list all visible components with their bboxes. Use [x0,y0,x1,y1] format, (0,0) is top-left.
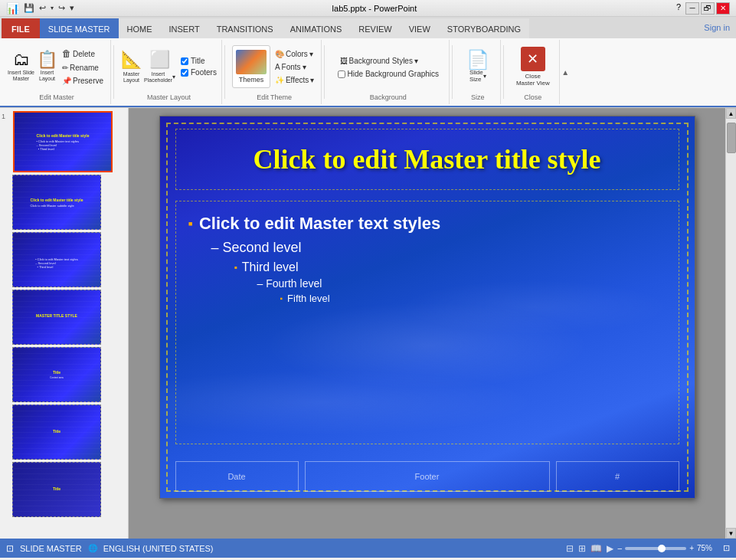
colors-button[interactable]: 🎨 Colors ▾ [273,48,316,60]
slide-img-1[interactable]: Click to edit Master title style • Click… [13,111,113,172]
background-styles-label: Background Styles [349,57,413,65]
right-scrollbar: ▲ ▼ [725,108,736,539]
close-master-view-button[interactable]: ✕ CloseMaster View [514,45,552,88]
save-button[interactable]: 💾 [22,3,36,13]
slide-thumb-1[interactable]: 1 Click to edit Master title style • Cli… [2,111,126,172]
footers-checkbox[interactable]: Footers [181,68,217,77]
preserve-label: Preserve [73,77,103,85]
master-layout-button[interactable]: 📐 MasterLayout [121,50,142,84]
tab-insert[interactable]: INSERT [161,18,208,38]
hide-background-check[interactable] [338,70,345,78]
slide-size-text: SlideSize [469,69,483,83]
tab-slide-master[interactable]: SLIDE MASTER [40,18,119,38]
slide-canvas[interactable]: Click to edit Master title style Click t… [159,116,695,499]
slide-size-label: SlideSize ▾ [469,69,486,83]
minimize-button[interactable]: ─ [685,2,699,15]
slide-thumb-7[interactable]: Title [12,462,126,517]
zoom-slider[interactable] [625,547,686,550]
fit-button[interactable]: ⊡ [723,543,730,553]
help-button[interactable]: ? [673,2,684,15]
sign-in-button[interactable]: Sign in [698,23,736,32]
insert-placeholder-button[interactable]: ⬜ InsertPlaceholder ▾ [144,50,175,84]
tab-review[interactable]: REVIEW [350,18,400,38]
slideshow-button[interactable]: ▶ [607,543,613,554]
tab-file[interactable]: FILE [2,18,40,38]
slide-img-4[interactable]: MASTER TITLE STYLE [12,290,101,345]
footer-pagenum[interactable]: # [556,461,679,492]
zoom-in-button[interactable]: + [689,544,694,552]
footer-center[interactable]: Footer [305,461,550,492]
slide-img-6[interactable]: Title [12,404,101,460]
customize-button[interactable]: ▾ [68,3,76,13]
fonts-label: Fonts [282,63,301,71]
tab-storyboarding[interactable]: STORYBOARDING [439,18,529,38]
slide-size-button[interactable]: 📄 SlideSize ▾ [461,49,495,84]
slide-thumb-6[interactable]: Title [12,404,126,460]
insert-slide-master-button[interactable]: 🗂 Insert SlideMaster [8,51,34,83]
delete-button[interactable]: 🗑 Delete [60,47,106,61]
restore-button[interactable]: 🗗 [701,2,715,15]
hide-background-checkbox[interactable]: Hide Background Graphics [338,70,440,78]
redo-button[interactable]: ↪ [57,3,67,13]
slide-thumb-5[interactable]: Title Content area [12,347,126,402]
preserve-button[interactable]: 📌 Preserve [60,75,106,87]
tab-animations[interactable]: ANIMATIONS [282,18,351,38]
title-checkbox[interactable]: Title [181,57,217,65]
slide-thumb-2[interactable]: Click to edit Master title style Click t… [12,175,126,230]
slide-title-text: Click to edit Master title style [253,143,600,175]
slide-sorter-button[interactable]: ⊞ [578,543,586,554]
slide-5-body: Content area [50,376,63,379]
slide-title-area[interactable]: Click to edit Master title style [175,129,679,190]
slide-content-area[interactable]: Click to edit Master text styles Second … [175,201,679,444]
background-styles-button[interactable]: 🖼 Background Styles ▾ [338,55,440,67]
rename-button[interactable]: ✏ Rename [60,62,106,74]
slide-6-title: Title [53,429,61,434]
themes-button[interactable]: Themes [232,45,270,88]
separator-2 [224,45,225,99]
status-right: ⊟ ⊞ 📖 ▶ – + 75% ⊡ [566,543,730,554]
scroll-track[interactable] [726,119,736,528]
tab-home[interactable]: HOME [119,18,161,38]
slide-3-body: • Click to edit Master text styles– Seco… [35,257,77,269]
slide-thumb-4[interactable]: MASTER TITLE STYLE [12,290,126,345]
slide-img-3[interactable]: • Click to edit Master text styles– Seco… [12,232,101,287]
slide-img-7[interactable]: Title [12,462,101,517]
slide-panel: 1 Click to edit Master title style • Cli… [0,108,129,539]
insert-layout-button[interactable]: 📋 InsertLayout [37,51,57,83]
zoom-out-button[interactable]: – [618,544,623,552]
slide-4-content: MASTER TITLE STYLE [36,313,77,321]
scroll-down-button[interactable]: ▼ [726,528,736,539]
content-level4: Fourth level [257,277,666,290]
footers-check[interactable] [181,69,188,77]
effects-button[interactable]: ✨ Effects ▾ [273,74,316,86]
slide-thumb-3[interactable]: • Click to edit Master text styles– Seco… [12,232,126,287]
scroll-thumb[interactable] [727,123,736,153]
close-button[interactable]: ✕ [716,2,730,15]
fonts-arrow: ▾ [303,63,306,71]
slide-img-2[interactable]: Click to edit Master title style Click t… [12,175,101,230]
reading-view-button[interactable]: 📖 [590,543,602,554]
window-controls: ? ─ 🗗 ✕ [673,2,730,15]
title-check[interactable] [181,57,188,65]
fonts-button[interactable]: A Fonts ▾ [273,61,316,73]
size-label: Size [471,93,485,103]
normal-view-button[interactable]: ⊟ [566,543,574,554]
themes-label: Themes [239,76,264,84]
tab-view[interactable]: VIEW [401,18,439,38]
slide-5-content: Title Content area [50,370,63,379]
ribbon-collapse-button[interactable]: ▲ [560,40,571,104]
zoom-control: – + 75% [618,544,718,552]
footer-date[interactable]: Date [175,461,299,492]
slide-img-5[interactable]: Title Content area [12,347,101,402]
scroll-up-button[interactable]: ▲ [726,108,736,119]
slide-num-1: 1 [2,111,11,120]
slide-2-title: Click to edit Master title style [31,198,83,202]
separator-3 [324,45,325,99]
undo-button[interactable]: ↩ [38,3,47,13]
group-edit-theme: Themes 🎨 Colors ▾ A Fonts ▾ ✨ [227,40,322,104]
master-layout-label: Master Layout [147,93,191,103]
rename-icon: ✏ [62,64,68,72]
content-level2-text: Second level [223,240,302,255]
tab-transitions[interactable]: TRANSITIONS [208,18,282,38]
close-master-icon: ✕ [521,47,545,71]
